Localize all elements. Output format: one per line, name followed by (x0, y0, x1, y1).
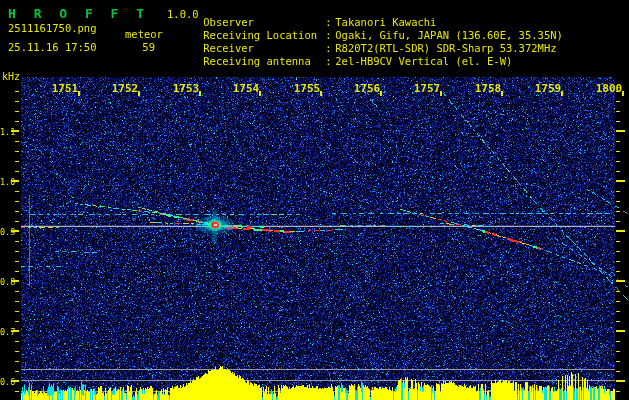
time-tick-label: 1758 (473, 82, 503, 95)
freq-tick-label: 1.1 (0, 127, 13, 137)
time-tick-label: 1752 (110, 82, 140, 95)
time-tick-label: 1757 (412, 82, 442, 95)
time-tick-label: 1755 (292, 82, 322, 95)
info-label: Receiving antenna (203, 56, 325, 67)
freq-tick-label: 0.7 (0, 327, 13, 337)
time-tick-label: 1754 (231, 82, 261, 95)
freq-tick-label: 0.6 (0, 377, 13, 387)
time-tick-label: 1756 (352, 82, 382, 95)
time-tick-label: 1751 (50, 82, 80, 95)
freq-tick-label: 0.8 (0, 277, 13, 287)
time-tick-label: 1800 (594, 82, 624, 95)
time-tick-label: 1759 (533, 82, 563, 95)
mode-label: meteor (125, 29, 163, 40)
freq-tick-label: 1.0 (0, 177, 13, 187)
echo-count: 59 (131, 42, 155, 53)
hrofft-screen: H R O F F T 1.0.0 2511161750.png meteor … (0, 0, 629, 400)
output-filename: 2511161750.png (8, 23, 97, 34)
info-row-antenna: Receiving antenna:2el-HB9CV Vertical (el… (178, 45, 512, 77)
record-timestamp: 25.11.16 17:50 (8, 42, 97, 53)
info-value: 2el-HB9CV Vertical (el. E-W) (335, 55, 512, 67)
app-title: H R O F F T (8, 7, 149, 20)
info-separator: : (325, 56, 335, 67)
time-tick-label: 1753 (171, 82, 201, 95)
y-axis-unit-label: kHz (2, 72, 20, 82)
freq-tick-label: 0.9 (0, 227, 13, 237)
